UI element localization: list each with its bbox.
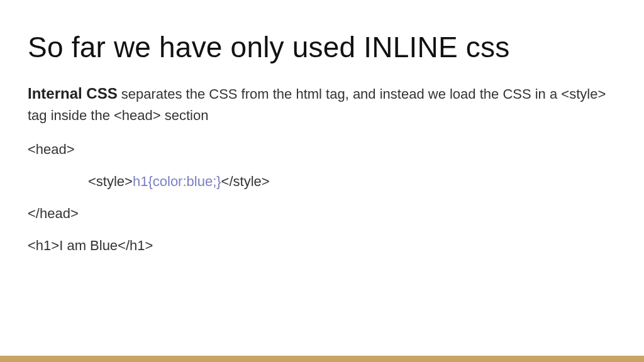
intro-paragraph: Internal CSS separates the CSS from the … — [28, 82, 616, 126]
slide-content: So far we have only used INLINE css Inte… — [0, 0, 644, 256]
code-css-rule: h1{color:blue;} — [133, 173, 221, 189]
code-head-close: </head> — [28, 203, 616, 224]
bottom-accent-bar — [0, 356, 644, 362]
code-style-open: <style> — [88, 173, 133, 189]
slide-title: So far we have only used INLINE css — [28, 30, 616, 64]
code-h1-line: <h1>I am Blue</h1> — [28, 235, 616, 256]
code-head-open: <head> — [28, 139, 616, 160]
code-style-line: <style>h1{color:blue;}</style> — [28, 171, 616, 192]
code-style-close: </style> — [221, 173, 270, 189]
intro-bold: Internal CSS — [28, 85, 118, 102]
